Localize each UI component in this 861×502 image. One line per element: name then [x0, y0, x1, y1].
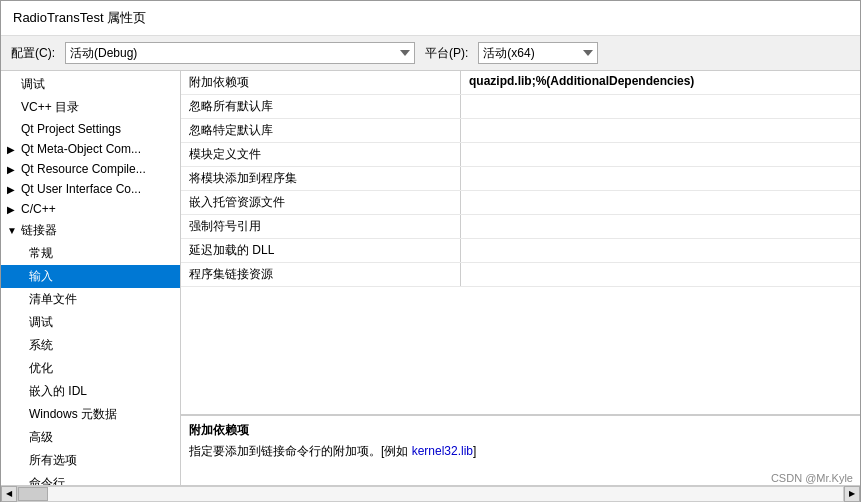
tree-item-manifest-file[interactable]: 清单文件	[1, 288, 180, 311]
prop-name-4: 将模块添加到程序集	[181, 167, 461, 190]
prop-row-3[interactable]: 模块定义文件	[181, 143, 860, 167]
tree-item-all-options[interactable]: 所有选项	[1, 449, 180, 472]
config-select[interactable]: 活动(Debug)	[65, 42, 415, 64]
arrow-collapsed-icon: ▶	[7, 144, 17, 155]
scroll-left-button[interactable]: ◀	[1, 486, 17, 502]
prop-value-0: quazipd.lib;%(AdditionalDependencies)	[461, 71, 860, 94]
arrow-expanded-icon: ▼	[7, 225, 17, 236]
tree-item-input[interactable]: 输入	[1, 265, 180, 288]
prop-value-3	[461, 143, 860, 166]
scroll-thumb[interactable]	[18, 487, 48, 501]
config-bar: 配置(C): 活动(Debug) 平台(P): 活动(x64)	[1, 36, 860, 71]
tree-item-linker[interactable]: ▼链接器	[1, 219, 180, 242]
prop-name-2: 忽略特定默认库	[181, 119, 461, 142]
prop-value-1	[461, 95, 860, 118]
prop-value-4	[461, 167, 860, 190]
prop-row-4[interactable]: 将模块添加到程序集	[181, 167, 860, 191]
prop-row-0[interactable]: 附加依赖项quazipd.lib;%(AdditionalDependencie…	[181, 71, 860, 95]
config-label: 配置(C):	[11, 45, 55, 62]
title-bar: RadioTransTest 属性页	[1, 1, 860, 36]
prop-row-6[interactable]: 强制符号引用	[181, 215, 860, 239]
tree-label: Qt User Interface Co...	[21, 182, 141, 196]
tree-item-advanced[interactable]: 高级	[1, 426, 180, 449]
prop-value-7	[461, 239, 860, 262]
description-highlight: kernel32.lib	[412, 444, 473, 458]
scroll-right-button[interactable]: ▶	[844, 486, 860, 502]
prop-row-8[interactable]: 程序集链接资源	[181, 263, 860, 287]
tree-label: Qt Resource Compile...	[21, 162, 146, 176]
prop-row-7[interactable]: 延迟加载的 DLL	[181, 239, 860, 263]
tree-item-windows-meta[interactable]: Windows 元数据	[1, 403, 180, 426]
tree-item-cpp[interactable]: ▶C/C++	[1, 199, 180, 219]
description-panel: 附加依赖项 指定要添加到链接命令行的附加项。[例如 kernel32.lib]	[181, 415, 860, 485]
main-area: 调试VC++ 目录Qt Project Settings▶Qt Meta-Obj…	[1, 71, 860, 485]
properties-table: 附加依赖项quazipd.lib;%(AdditionalDependencie…	[181, 71, 860, 415]
prop-row-2[interactable]: 忽略特定默认库	[181, 119, 860, 143]
arrow-collapsed-icon: ▶	[7, 184, 17, 195]
tree-item-vc-dirs[interactable]: VC++ 目录	[1, 96, 180, 119]
tree-item-cmdline[interactable]: 命令行	[1, 472, 180, 485]
tree-label: C/C++	[21, 202, 56, 216]
left-panel: 调试VC++ 目录Qt Project Settings▶Qt Meta-Obj…	[1, 71, 181, 485]
prop-name-7: 延迟加载的 DLL	[181, 239, 461, 262]
arrow-collapsed-icon: ▶	[7, 204, 17, 215]
prop-value-6	[461, 215, 860, 238]
platform-select[interactable]: 活动(x64)	[478, 42, 598, 64]
tree-item-embedded-idl[interactable]: 嵌入的 IDL	[1, 380, 180, 403]
tree-item-qt-project[interactable]: Qt Project Settings	[1, 119, 180, 139]
prop-row-1[interactable]: 忽略所有默认库	[181, 95, 860, 119]
tree-item-general[interactable]: 常规	[1, 242, 180, 265]
tree-label: 链接器	[21, 222, 57, 239]
arrow-collapsed-icon: ▶	[7, 164, 17, 175]
tree-label: Qt Meta-Object Com...	[21, 142, 141, 156]
tree-item-debug[interactable]: 调试	[1, 311, 180, 334]
right-panel: 附加依赖项quazipd.lib;%(AdditionalDependencie…	[181, 71, 860, 485]
window-title: RadioTransTest 属性页	[13, 10, 146, 25]
bottom-scrollbar[interactable]: ◀ ▶	[1, 485, 860, 501]
prop-name-5: 嵌入托管资源文件	[181, 191, 461, 214]
prop-name-8: 程序集链接资源	[181, 263, 461, 286]
scroll-track[interactable]	[17, 486, 844, 502]
main-window: RadioTransTest 属性页 配置(C): 活动(Debug) 平台(P…	[0, 0, 861, 502]
tree-item-qt-ui[interactable]: ▶Qt User Interface Co...	[1, 179, 180, 199]
prop-value-8	[461, 263, 860, 286]
prop-value-2	[461, 119, 860, 142]
prop-name-3: 模块定义文件	[181, 143, 461, 166]
platform-label: 平台(P):	[425, 45, 468, 62]
prop-name-6: 强制符号引用	[181, 215, 461, 238]
tree-item-optimize[interactable]: 优化	[1, 357, 180, 380]
watermark: CSDN @Mr.Kyle	[771, 472, 853, 484]
prop-name-1: 忽略所有默认库	[181, 95, 461, 118]
tree-item-qt-meta[interactable]: ▶Qt Meta-Object Com...	[1, 139, 180, 159]
description-text: 指定要添加到链接命令行的附加项。[例如 kernel32.lib]	[189, 443, 852, 460]
prop-row-5[interactable]: 嵌入托管资源文件	[181, 191, 860, 215]
description-title: 附加依赖项	[189, 422, 852, 439]
tree-item-qt-resource[interactable]: ▶Qt Resource Compile...	[1, 159, 180, 179]
tree-item-system[interactable]: 系统	[1, 334, 180, 357]
prop-value-5	[461, 191, 860, 214]
prop-name-0: 附加依赖项	[181, 71, 461, 94]
tree-item-调试[interactable]: 调试	[1, 73, 180, 96]
